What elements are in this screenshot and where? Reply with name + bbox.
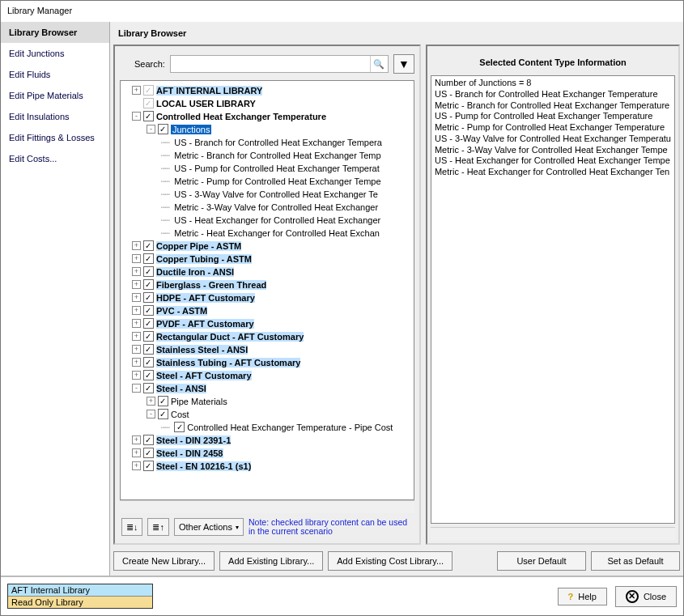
tree-checkbox[interactable]: ✓ bbox=[143, 435, 154, 445]
tree-checkbox[interactable]: ✓ bbox=[143, 357, 154, 367]
tree-row[interactable]: ⋯⋯ US - Branch for Controlled Heat Excha… bbox=[121, 136, 414, 149]
expand-icon[interactable]: + bbox=[132, 280, 141, 289]
tree-row[interactable]: ⋯⋯ US - Heat Exchanger for Controlled He… bbox=[121, 214, 414, 227]
tree-label[interactable]: AFT INTERNAL LIBRARY bbox=[156, 86, 262, 96]
tree-checkbox[interactable]: ✓ bbox=[143, 344, 154, 355]
tree-row[interactable]: +✓PVC - ASTM bbox=[121, 304, 414, 317]
tree-row[interactable]: ⋯⋯ US - 3-Way Valve for Controlled Heat … bbox=[121, 188, 414, 201]
other-actions-dropdown[interactable]: Other Actions▾ bbox=[174, 518, 244, 536]
tree-label[interactable]: Controlled Heat Exchanger Temperature - … bbox=[187, 423, 393, 432]
collapse-icon[interactable]: - bbox=[132, 384, 141, 393]
tree-row[interactable]: +✓Rectangular Duct - AFT Customary bbox=[121, 330, 414, 343]
tree-row[interactable]: -✓Junctions bbox=[121, 123, 414, 136]
tree-row[interactable]: ✓LOCAL USER LIBRARY bbox=[121, 97, 414, 110]
tree-label[interactable]: Rectangular Duct - AFT Customary bbox=[156, 332, 304, 342]
set-as-default-button[interactable]: Set as Default bbox=[591, 551, 680, 571]
tree-checkbox[interactable]: ✓ bbox=[143, 370, 154, 380]
tree-checkbox[interactable]: ✓ bbox=[143, 292, 154, 303]
tree-label[interactable]: Steel - DIN 2458 bbox=[156, 448, 223, 458]
expand-icon[interactable]: + bbox=[132, 86, 141, 95]
tree-checkbox[interactable]: ✓ bbox=[143, 266, 154, 277]
tree-row[interactable]: ⋯⋯ Metric - Pump for Controlled Heat Exc… bbox=[121, 175, 414, 188]
tree-label[interactable]: Fiberglass - Green Thread bbox=[156, 280, 266, 290]
tree-checkbox[interactable]: ✓ bbox=[158, 409, 168, 419]
right-horizontal-scrollbar[interactable] bbox=[431, 527, 675, 540]
tree-label[interactable]: Steel - ANSI bbox=[156, 384, 206, 393]
tree-row[interactable]: +✓Steel - DIN 2391-1 bbox=[121, 434, 414, 447]
filter-button[interactable]: ▼ bbox=[393, 54, 414, 74]
expand-icon[interactable]: + bbox=[132, 241, 141, 250]
sidebar-item-edit-junctions[interactable]: Edit Junctions bbox=[1, 43, 109, 64]
collapse-icon[interactable]: - bbox=[147, 125, 155, 134]
tree-row[interactable]: -✓Steel - ANSI bbox=[121, 382, 414, 395]
tree-label[interactable]: LOCAL USER LIBRARY bbox=[156, 99, 256, 108]
tree-row[interactable]: +✓PVDF - AFT Customary bbox=[121, 317, 414, 330]
add-existing-cost-library-button[interactable]: Add Existing Cost Library... bbox=[328, 551, 452, 571]
library-tree[interactable]: +✓AFT INTERNAL LIBRARY ✓LOCAL USER LIBRA… bbox=[120, 80, 414, 500]
tree-label[interactable]: PVC - ASTM bbox=[156, 306, 207, 316]
tree-label[interactable]: Steel - AFT Customary bbox=[156, 371, 252, 380]
sidebar-item-library-browser[interactable]: Library Browser bbox=[1, 22, 109, 43]
expand-icon[interactable]: + bbox=[132, 332, 141, 341]
tree-row[interactable]: +✓HDPE - AFT Customary bbox=[121, 291, 414, 304]
tree-label[interactable]: Cost bbox=[171, 410, 189, 419]
tree-row[interactable]: ⋯⋯ ✓Controlled Heat Exchanger Temperatur… bbox=[121, 421, 414, 434]
tree-row[interactable]: ⋯⋯ Metric - Heat Exchanger for Controlle… bbox=[121, 227, 414, 240]
tree-label[interactable]: Metric - Branch for Controlled Heat Exch… bbox=[174, 151, 380, 160]
expand-icon[interactable]: + bbox=[132, 319, 141, 328]
sidebar-item-edit-insulations[interactable]: Edit Insulations bbox=[1, 106, 109, 127]
tree-checkbox[interactable]: ✓ bbox=[143, 305, 154, 316]
tree-label[interactable]: Copper Pipe - ASTM bbox=[156, 241, 241, 251]
tree-row[interactable]: +✓Pipe Materials bbox=[121, 395, 414, 408]
expand-icon[interactable]: + bbox=[147, 397, 155, 406]
expand-icon[interactable]: + bbox=[132, 345, 141, 354]
tree-label[interactable]: HDPE - AFT Customary bbox=[156, 293, 255, 303]
tree-checkbox[interactable]: ✓ bbox=[158, 396, 168, 406]
tree-row[interactable]: +✓Steel - EN 10216-1 (s1) bbox=[121, 460, 414, 473]
tree-label[interactable]: Stainless Tubing - AFT Customary bbox=[156, 358, 300, 367]
sidebar-item-edit-fluids[interactable]: Edit Fluids bbox=[1, 64, 109, 85]
tree-checkbox[interactable]: ✓ bbox=[143, 448, 154, 458]
expand-icon[interactable]: + bbox=[132, 461, 141, 470]
tree-row[interactable]: +✓Copper Pipe - ASTM bbox=[121, 240, 414, 253]
tree-row[interactable]: +✓Stainless Tubing - AFT Customary bbox=[121, 356, 414, 369]
expand-icon[interactable]: + bbox=[132, 293, 141, 302]
tree-label[interactable]: Metric - 3-Way Valve for Controlled Heat… bbox=[174, 202, 378, 212]
tree-row[interactable]: +✓Fiberglass - Green Thread bbox=[121, 278, 414, 291]
expand-icon[interactable]: + bbox=[132, 448, 141, 457]
expand-icon[interactable]: + bbox=[132, 435, 141, 444]
user-default-button[interactable]: User Default bbox=[497, 551, 586, 571]
tree-label[interactable]: US - 3-Way Valve for Controlled Heat Exc… bbox=[174, 189, 378, 199]
expand-icon[interactable]: + bbox=[132, 371, 141, 380]
tree-label[interactable]: Copper Tubing - ASTM bbox=[156, 254, 252, 264]
close-button[interactable]: ✕Close bbox=[615, 586, 677, 607]
tree-row[interactable]: ⋯⋯ Metric - 3-Way Valve for Controlled H… bbox=[121, 201, 414, 214]
tree-row[interactable]: -✓Controlled Heat Exchanger Temperature bbox=[121, 110, 414, 123]
tree-label[interactable]: Ductile Iron - ANSI bbox=[156, 267, 234, 277]
tree-label[interactable]: Stainless Steel - ANSI bbox=[156, 345, 248, 355]
tree-checkbox[interactable]: ✓ bbox=[143, 98, 154, 108]
tree-label[interactable]: Controlled Heat Exchanger Temperature bbox=[156, 112, 326, 121]
tree-label[interactable]: US - Heat Exchanger for Controlled Heat … bbox=[174, 215, 380, 225]
sidebar-item-edit-costs[interactable]: Edit Costs... bbox=[1, 148, 109, 169]
sidebar-item-edit-pipe-materials[interactable]: Edit Pipe Materials bbox=[1, 85, 109, 106]
sidebar-item-edit-fittings-losses[interactable]: Edit Fittings & Losses bbox=[1, 127, 109, 148]
collapse-icon[interactable]: - bbox=[132, 112, 141, 121]
tree-checkbox[interactable]: ✓ bbox=[143, 318, 154, 329]
tree-row[interactable]: +✓Steel - DIN 2458 bbox=[121, 447, 414, 460]
expand-icon[interactable]: + bbox=[132, 306, 141, 315]
expand-icon[interactable]: + bbox=[132, 254, 141, 263]
tree-row[interactable]: +✓Copper Tubing - ASTM bbox=[121, 253, 414, 266]
tree-label[interactable]: Metric - Heat Exchanger for Controlled H… bbox=[174, 228, 380, 238]
tree-label[interactable]: Steel - EN 10216-1 (s1) bbox=[156, 461, 251, 471]
tree-row[interactable]: +✓Stainless Steel - ANSI bbox=[121, 343, 414, 356]
collapse-all-button[interactable]: ≣↑ bbox=[147, 518, 169, 536]
tree-label[interactable]: PVDF - AFT Customary bbox=[156, 319, 254, 329]
expand-icon[interactable]: + bbox=[132, 358, 141, 367]
search-input[interactable] bbox=[171, 56, 370, 72]
tree-row[interactable]: +✓AFT INTERNAL LIBRARY bbox=[121, 84, 414, 97]
tree-label[interactable]: Steel - DIN 2391-1 bbox=[156, 435, 231, 445]
horizontal-scrollbar[interactable] bbox=[120, 500, 414, 513]
tree-label[interactable]: Pipe Materials bbox=[171, 397, 227, 406]
add-existing-library-button[interactable]: Add Existing Library... bbox=[219, 551, 323, 571]
